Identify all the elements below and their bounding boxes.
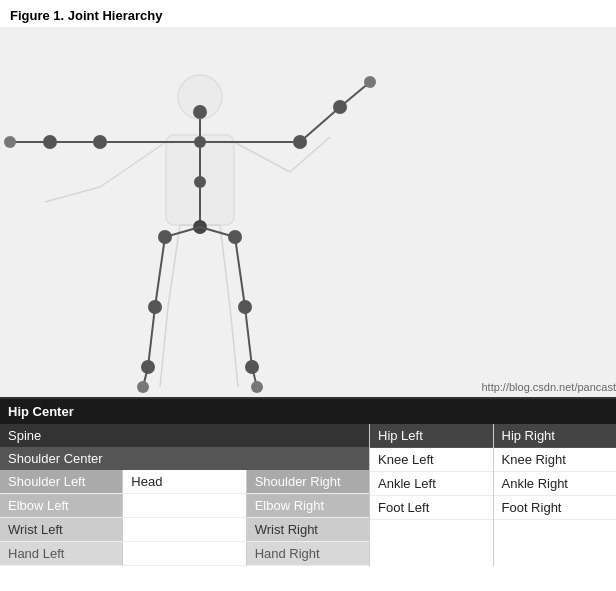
foot-left-cell: Foot Left [370, 496, 493, 520]
title-text: Figure 1. Joint Hierarchy [10, 8, 162, 23]
page-container: Figure 1. Joint Hierarchy [0, 0, 616, 566]
spine-row: Spine [0, 424, 369, 447]
shoulder-right-cell: Shoulder Right [247, 470, 369, 494]
right-block: Hip Left Knee Left Ankle Left Foot Left [370, 424, 616, 566]
svg-point-28 [4, 136, 16, 148]
foot-right-label: Foot Right [502, 500, 562, 515]
svg-point-46 [251, 381, 263, 393]
shoulder-center-row: Shoulder Center [0, 447, 369, 470]
hip-center-row: Hip Center [0, 399, 616, 424]
hip-left-label: Hip Left [378, 428, 423, 443]
wrist-right-label: Wrist Right [255, 522, 318, 537]
shoulder-left-cell: Shoulder Left [0, 470, 123, 494]
watermark-text: http://blog.csdn.net/pancast [481, 381, 616, 393]
hip-left-cell: Hip Left [370, 424, 493, 448]
foot-right-cell: Foot Right [494, 496, 617, 520]
knee-left-cell: Knee Left [370, 448, 493, 472]
svg-rect-0 [0, 27, 616, 397]
hip-right-label: Hip Right [502, 428, 555, 443]
hip-left-column: Hip Left Knee Left Ankle Left Foot Left [370, 424, 494, 566]
hand-right-cell: Hand Right [247, 542, 369, 566]
hip-right-cell: Hip Right [494, 424, 617, 448]
shoulder-left-label: Shoulder Left [8, 474, 85, 489]
wrist-left-label: Wrist Left [8, 522, 63, 537]
elbow-row: Elbow Left Elbow Right [0, 494, 369, 518]
left-block: Spine Shoulder Center Shoulder Left Head… [0, 424, 370, 566]
ankle-left-label: Ankle Left [378, 476, 436, 491]
ankle-right-label: Ankle Right [502, 476, 568, 491]
hierarchy-section: Hip Center Spine Shoulder Center Shoulde… [0, 397, 616, 566]
diagram-area: http://blog.csdn.net/pancast [0, 27, 616, 397]
hand-left-label: Hand Left [8, 546, 64, 561]
foot-left-label: Foot Left [378, 500, 429, 515]
empty-mid-cell [123, 494, 246, 518]
hip-center-label: Hip Center [8, 404, 74, 419]
knee-right-label: Knee Right [502, 452, 566, 467]
hand-row: Hand Left Hand Right [0, 542, 369, 566]
hand-left-cell: Hand Left [0, 542, 123, 566]
hand-right-label: Hand Right [255, 546, 320, 561]
elbow-left-cell: Elbow Left [0, 494, 123, 518]
hip-right-column: Hip Right Knee Right Ankle Right Foot Ri… [494, 424, 617, 566]
head-cell: Head [123, 470, 246, 494]
knee-left-label: Knee Left [378, 452, 434, 467]
ankle-right-cell: Ankle Right [494, 472, 617, 496]
svg-point-15 [194, 176, 206, 188]
spine-label: Spine [8, 428, 41, 443]
three-col-row: Shoulder Left Head Shoulder Right [0, 470, 369, 494]
shoulder-right-label: Shoulder Right [255, 474, 341, 489]
ankle-left-cell: Ankle Left [370, 472, 493, 496]
knee-right-cell: Knee Right [494, 448, 617, 472]
elbow-left-label: Elbow Left [8, 498, 69, 513]
figure-title: Figure 1. Joint Hierarchy [0, 0, 616, 27]
elbow-right-cell: Elbow Right [247, 494, 369, 518]
svg-point-44 [137, 381, 149, 393]
wrist-right-cell: Wrist Right [247, 518, 369, 542]
shoulder-center-label: Shoulder Center [8, 451, 103, 466]
joint-hierarchy-svg [0, 27, 616, 397]
svg-point-17 [193, 105, 207, 119]
empty-mid-cell3 [123, 542, 246, 566]
empty-mid-cell2 [123, 518, 246, 542]
head-label: Head [131, 474, 162, 489]
svg-point-30 [364, 76, 376, 88]
wrist-left-cell: Wrist Left [0, 518, 123, 542]
elbow-right-label: Elbow Right [255, 498, 324, 513]
main-grid: Spine Shoulder Center Shoulder Left Head… [0, 424, 616, 566]
wrist-row: Wrist Left Wrist Right [0, 518, 369, 542]
watermark: http://blog.csdn.net/pancast [481, 381, 616, 393]
